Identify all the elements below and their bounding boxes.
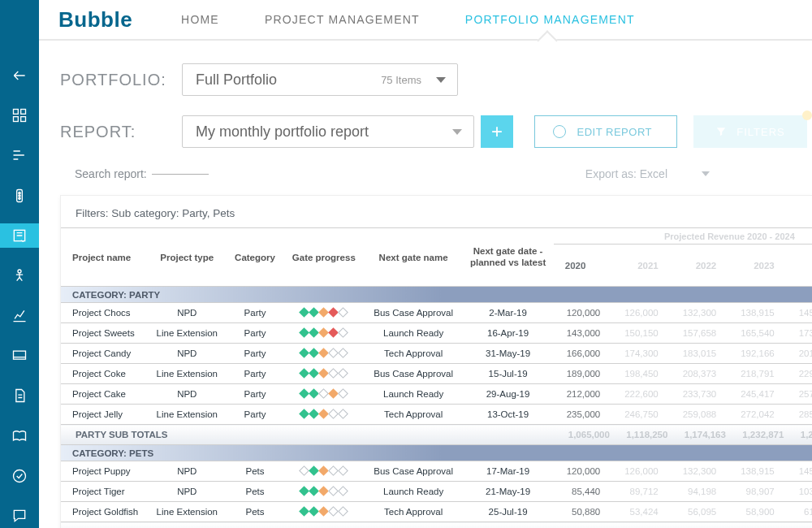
col-gate-progress[interactable]: Gate progress xyxy=(283,228,365,287)
add-report-button[interactable]: + xyxy=(481,115,513,148)
nav-home[interactable]: HOME xyxy=(181,0,219,39)
category-header: CATEGORY: PARTY xyxy=(61,287,812,303)
svg-point-7 xyxy=(19,197,20,199)
chevron-down-icon xyxy=(452,129,462,135)
nav-portfolio-management[interactable]: PORTFOLIO MANAGEMENT xyxy=(465,0,635,39)
rail-report-icon[interactable] xyxy=(0,223,39,247)
rail-doc-icon[interactable] xyxy=(0,384,39,408)
category-header: CATEGORY: PETS xyxy=(61,445,812,461)
col-project-name[interactable]: Project name xyxy=(61,228,147,287)
filters-button[interactable]: FILTERS xyxy=(693,115,807,148)
rail-gantt-icon[interactable] xyxy=(0,144,39,167)
report-card: Filters: Sub category: Party, Pets Proje… xyxy=(60,195,812,528)
table-row[interactable]: Project TigerNPDPetsLaunch Ready21-May-1… xyxy=(61,482,812,502)
rail-traffic-icon[interactable] xyxy=(0,184,39,207)
edit-report-button[interactable]: EDIT REPORT xyxy=(534,115,677,148)
report-select[interactable]: My monthly portfolio report xyxy=(182,115,474,148)
rail-chart-icon[interactable] xyxy=(0,304,39,327)
svg-point-11 xyxy=(14,470,26,482)
table-row[interactable]: Project ChocsNPDPartyBus Case Approval2-… xyxy=(61,303,812,323)
rail-book-icon[interactable] xyxy=(0,424,39,448)
main-nav: HOME PROJECT MANAGEMENT PORTFOLIO MANAGE… xyxy=(181,0,635,39)
table-row[interactable]: Project CokeLine ExtensionPartyBus Case … xyxy=(61,364,812,384)
col-project-type[interactable]: Project type xyxy=(147,228,227,287)
rail-check-icon[interactable] xyxy=(0,464,39,487)
col-2020[interactable]: 2020 xyxy=(554,245,612,287)
col-category[interactable]: Category xyxy=(227,228,283,287)
nav-project-management[interactable]: PROJECT MANAGEMENT xyxy=(265,0,420,39)
col-2023[interactable]: 2023 xyxy=(728,245,786,287)
table-row[interactable]: Project JellyLine ExtensionPartyTech App… xyxy=(61,405,812,425)
table-row[interactable]: Project PuppyNPDPetsBus Case Approval17-… xyxy=(61,461,812,482)
filters-applied: Filters: Sub category: Party, Pets xyxy=(61,196,812,227)
col-next-gate[interactable]: Next gate name xyxy=(365,228,463,287)
table-row[interactable]: Project SweetsLine ExtensionPartyLaunch … xyxy=(61,323,812,344)
col-group-revenue: Projected Revenue 2020 - 2024 xyxy=(554,228,812,245)
left-rail xyxy=(0,0,39,528)
brand-logo: Bubble xyxy=(58,7,132,32)
chevron-down-icon xyxy=(702,171,710,176)
portfolio-select[interactable]: Full Portfolio 75 Items xyxy=(182,63,458,96)
export-select[interactable]: Export as: Excel xyxy=(585,167,710,180)
subtotal-row: PETS SUB TOTALS256,320269,136282,593296,… xyxy=(61,522,812,529)
rail-chat-icon[interactable] xyxy=(0,504,39,528)
col-2024[interactable]: 2024 xyxy=(786,245,812,287)
svg-point-9 xyxy=(18,270,21,273)
svg-rect-0 xyxy=(14,109,19,114)
rail-person-icon[interactable] xyxy=(0,264,39,288)
svg-point-6 xyxy=(19,194,20,196)
topbar: Bubble HOME PROJECT MANAGEMENT PORTFOLIO… xyxy=(39,0,812,41)
svg-rect-3 xyxy=(21,117,26,122)
rail-dashboard-icon[interactable] xyxy=(0,103,39,127)
rail-screen-icon[interactable] xyxy=(0,344,39,367)
portfolio-label: PORTFOLIO: xyxy=(60,71,166,89)
search-input[interactable] xyxy=(152,174,209,175)
report-label: REPORT: xyxy=(60,123,166,141)
table-row[interactable]: Project GoldfishLine ExtensionPetsTech A… xyxy=(61,502,812,522)
search-label: Search report: xyxy=(75,167,147,180)
col-2021[interactable]: 2021 xyxy=(611,245,670,287)
svg-rect-10 xyxy=(14,351,26,359)
table-row[interactable]: Project CandyNPDPartyTech Approval31-May… xyxy=(61,344,812,364)
svg-rect-1 xyxy=(21,109,26,114)
col-2022[interactable]: 2022 xyxy=(670,245,728,287)
svg-rect-2 xyxy=(14,117,19,122)
col-next-date[interactable]: Next gate date - planned vs latest xyxy=(462,228,553,287)
svg-point-5 xyxy=(19,192,20,193)
chevron-down-icon xyxy=(436,77,446,83)
report-table: Project name Project type Category Gate … xyxy=(61,227,812,528)
rail-back-icon[interactable] xyxy=(0,63,39,87)
subtotal-row: PARTY SUB TOTALS1,065,0001,118,2501,174,… xyxy=(61,425,812,445)
table-row[interactable]: Project CakeNPDPartyLaunch Ready29-Aug-1… xyxy=(61,384,812,405)
